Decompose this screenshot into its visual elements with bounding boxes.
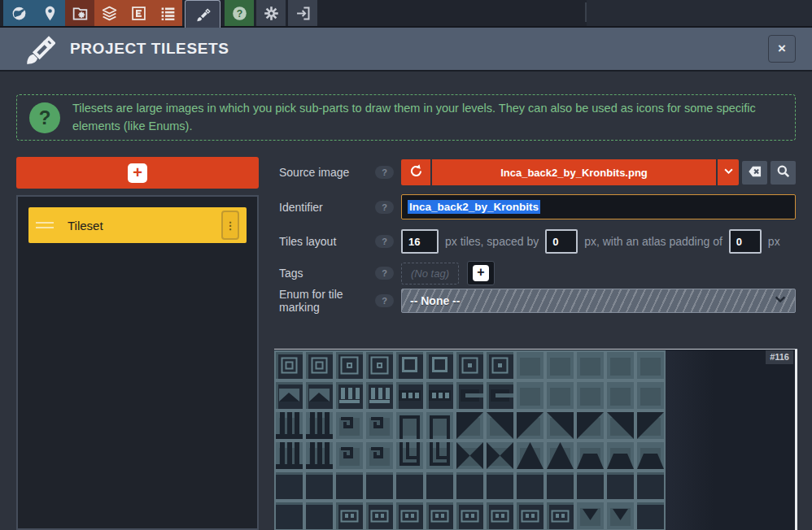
tiles-layout-label: Tiles layout: [279, 235, 375, 248]
source-image-label: Source image: [279, 166, 375, 179]
enum-help-badge[interactable]: ?: [375, 294, 394, 307]
gear-icon: [263, 5, 280, 22]
plus-icon: +: [128, 163, 147, 183]
tile-size-input[interactable]: [401, 229, 439, 254]
identifier-row: Identifier ? Inca_back2_by_Kronbits: [279, 194, 796, 219]
identifier-selected-text: Inca_back2_by_Kronbits: [408, 200, 540, 214]
tileset-canvas[interactable]: [274, 350, 666, 530]
tile-count-badge: #116: [766, 350, 793, 364]
drag-handle-icon[interactable]: [36, 219, 54, 232]
world-button[interactable]: [3, 0, 34, 26]
toolbar-right-panel: [587, 0, 812, 26]
layers-icon: [101, 5, 118, 22]
plus-icon: +: [473, 265, 489, 281]
tiles-layout-text-2: px, with an atlas padding of: [584, 235, 723, 248]
chevron-down-icon: [774, 293, 787, 309]
enums-button[interactable]: [124, 0, 153, 26]
add-tag-button[interactable]: +: [467, 261, 495, 285]
reload-image-button[interactable]: [401, 159, 430, 185]
enum-selected-value: -- None --: [410, 294, 460, 307]
question-circle-icon: ?: [231, 5, 248, 22]
identifier-help-badge[interactable]: ?: [375, 201, 394, 214]
main-toolbar: ?: [0, 0, 812, 28]
tileset-item-menu-button[interactable]: ⋮: [221, 211, 239, 240]
tileset-item-label: Tileset: [68, 219, 103, 232]
tiles-layout-row: Tiles layout ? px tiles, spaced by px, w…: [279, 229, 796, 254]
enum-marking-label: Enum for tile marking: [279, 288, 375, 314]
tiles-layout-help-badge[interactable]: ?: [375, 235, 394, 248]
identifier-input[interactable]: Inca_back2_by_Kronbits: [401, 194, 796, 219]
tilesets-tab-button[interactable]: [185, 0, 220, 28]
project-settings-button[interactable]: [65, 0, 94, 26]
tileset-list-item[interactable]: Tileset ⋮: [28, 207, 247, 243]
source-image-help-badge[interactable]: ?: [375, 166, 394, 179]
list-icon: [159, 5, 177, 22]
preview-empty-area: [666, 350, 714, 530]
clear-image-button[interactable]: [742, 161, 767, 185]
help-button[interactable]: ?: [225, 0, 254, 26]
help-note: ? Tilesets are large images in which you…: [16, 94, 796, 141]
exit-door-icon: [295, 5, 312, 22]
tags-row: Tags ? (No tag) +: [279, 261, 796, 285]
source-image-path-button[interactable]: Inca_back2_by_Kronbits.png: [432, 159, 716, 185]
chevron-down-icon: [723, 165, 735, 180]
tiles-layout-text-3: px: [768, 235, 780, 248]
enum-marking-select[interactable]: -- None --: [401, 289, 796, 313]
help-note-text: Tilesets are large images in which you p…: [72, 100, 783, 134]
svg-text:?: ?: [236, 7, 242, 19]
layers-button[interactable]: [94, 0, 124, 26]
paintbrush-icon: [194, 6, 212, 23]
folder-gear-icon: [72, 5, 89, 22]
levels-button[interactable]: [34, 0, 65, 26]
tags-label: Tags: [279, 267, 375, 280]
atlas-padding-input[interactable]: [729, 229, 762, 254]
add-tileset-button[interactable]: +: [16, 157, 259, 189]
exit-button[interactable]: [288, 0, 317, 26]
source-image-row: Source image ? Inca_back2_by_Kronbits.pn…: [279, 159, 796, 185]
panel-header: PROJECT TILESETS ×: [0, 28, 812, 72]
enum-marking-row: Enum for tile marking ? -- None --: [279, 289, 796, 313]
settings-button[interactable]: [256, 0, 286, 26]
defs-list-button[interactable]: [153, 0, 182, 26]
toolbar-separator: [585, 2, 587, 22]
close-button[interactable]: ×: [768, 35, 796, 63]
tags-help-badge[interactable]: ?: [375, 267, 394, 280]
source-image-dropdown-button[interactable]: [716, 159, 739, 185]
no-tag-placeholder: (No tag): [401, 263, 459, 285]
paintbrush-header-icon: [23, 33, 55, 65]
tile-spacing-input[interactable]: [545, 229, 578, 254]
locate-image-button[interactable]: [771, 161, 796, 185]
identifier-label: Identifier: [279, 201, 375, 214]
world-icon: [11, 5, 28, 22]
tiles-layout-text-1: px tiles, spaced by: [445, 235, 539, 248]
tileset-list-panel: Tileset ⋮: [16, 195, 259, 530]
help-question-icon: ?: [29, 102, 60, 133]
clear-backspace-icon: [747, 163, 763, 182]
map-pin-icon: [41, 5, 59, 22]
tileset-preview-panel[interactable]: #116: [274, 349, 797, 530]
enum-e-icon: [130, 5, 147, 22]
preview-scrollbar[interactable]: [795, 350, 797, 530]
page-title: PROJECT TILESETS: [70, 40, 229, 58]
magnifier-icon: [775, 163, 791, 181]
refresh-icon: [408, 163, 424, 181]
